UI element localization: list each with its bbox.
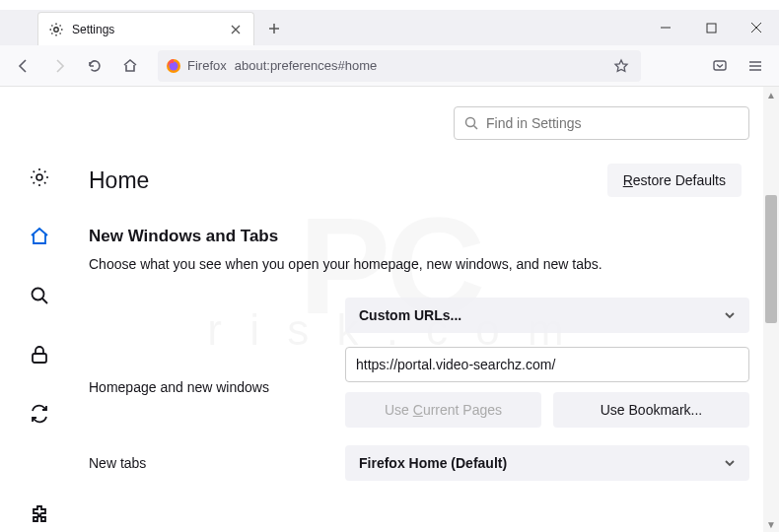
home-button[interactable] (114, 50, 146, 82)
maximize-button[interactable] (688, 10, 734, 45)
tab-strip: Settings (0, 10, 779, 45)
gear-icon (48, 22, 64, 37)
find-input[interactable] (486, 115, 739, 131)
svg-point-5 (36, 174, 42, 180)
sidebar-item-search[interactable] (22, 278, 57, 313)
scroll-up-arrow[interactable]: ▲ (763, 87, 779, 102)
firefox-icon (166, 58, 181, 74)
search-icon (464, 116, 478, 130)
chevron-down-icon (724, 309, 736, 321)
urlbar[interactable]: Firefox about:preferences#home (158, 50, 641, 82)
new-tab-button[interactable] (260, 15, 288, 42)
svg-rect-1 (707, 24, 716, 33)
sidebar-item-extensions[interactable] (22, 497, 57, 532)
newtabs-label: New tabs (89, 455, 325, 471)
use-current-pages-button: Use Current Pages (345, 392, 541, 428)
forward-button (43, 50, 75, 82)
back-button[interactable] (8, 50, 39, 82)
chevron-down-icon (724, 457, 736, 469)
homepage-mode-select[interactable]: Custom URLs... (345, 298, 749, 333)
menu-button[interactable] (740, 50, 771, 82)
svg-point-8 (466, 118, 475, 127)
newtabs-select[interactable]: Firefox Home (Default) (345, 445, 749, 481)
tab-title: Settings (72, 23, 220, 36)
svg-point-6 (33, 289, 44, 300)
content-area: Home Restore Defaults New Windows and Ta… (0, 87, 779, 532)
page-title: Home (89, 167, 149, 194)
urlbar-identity-label: Firefox (187, 58, 227, 73)
svg-point-0 (54, 27, 58, 31)
pocket-button[interactable] (704, 50, 736, 82)
settings-sidebar (0, 87, 79, 532)
reload-button[interactable] (79, 50, 110, 82)
svg-rect-7 (33, 354, 46, 363)
sidebar-item-home[interactable] (22, 219, 57, 254)
settings-main: Home Restore Defaults New Windows and Ta… (79, 87, 779, 532)
close-window-button[interactable] (734, 10, 779, 45)
find-in-settings[interactable] (454, 106, 749, 140)
minimize-button[interactable] (643, 10, 688, 45)
restore-defaults-button[interactable]: Restore Defaults (607, 164, 742, 197)
select-value: Firefox Home (Default) (359, 455, 507, 471)
toolbar: Firefox about:preferences#home (0, 45, 779, 87)
urlbar-identity: Firefox (166, 58, 227, 74)
urlbar-url: about:preferences#home (235, 58, 602, 73)
window-controls (643, 10, 779, 45)
close-icon[interactable] (228, 22, 244, 37)
bookmark-star-icon[interactable] (609, 54, 633, 78)
sidebar-item-privacy[interactable] (22, 337, 57, 372)
use-bookmark-button[interactable]: Use Bookmark... (553, 392, 749, 428)
browser-tab[interactable]: Settings (37, 12, 254, 45)
scrollbar[interactable]: ▲ ▼ (763, 87, 779, 532)
titlebar (0, 0, 779, 10)
section-desc: Choose what you see when you open your h… (89, 256, 749, 272)
sidebar-item-general[interactable] (22, 160, 57, 195)
scroll-down-arrow[interactable]: ▼ (763, 516, 779, 532)
homepage-label-text: Homepage and new windows (89, 379, 325, 395)
svg-rect-4 (714, 61, 726, 70)
select-value: Custom URLs... (359, 307, 461, 323)
sidebar-item-sync[interactable] (22, 396, 57, 432)
section-title: New Windows and Tabs (89, 227, 749, 246)
homepage-url-input[interactable] (345, 347, 749, 382)
scrollbar-thumb[interactable] (765, 195, 777, 323)
